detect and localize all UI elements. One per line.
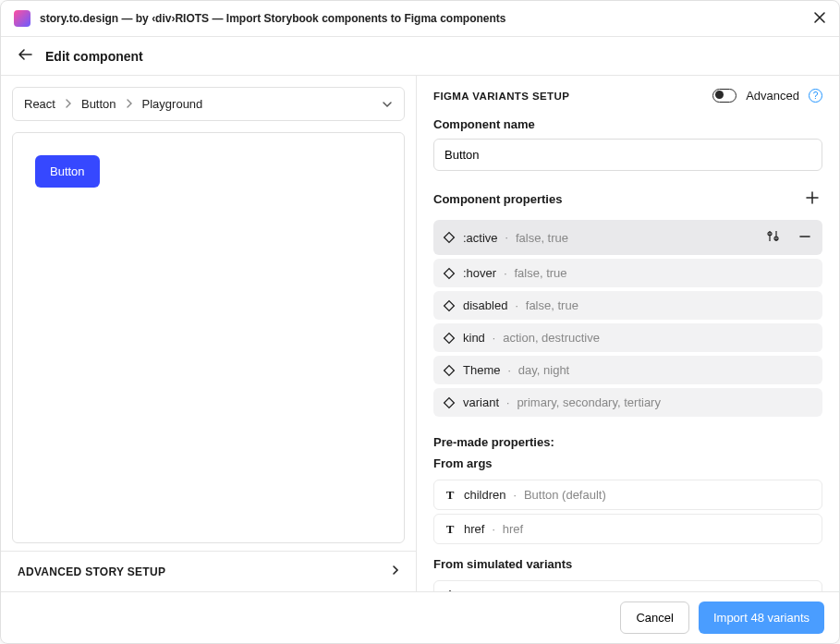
variant-type-icon [443,299,456,312]
svg-rect-3 [444,333,455,343]
back-arrow-icon[interactable] [18,48,32,64]
property-values: Button (default) [524,488,606,502]
property-row[interactable]: :appearance · dark, light [433,580,822,591]
remove-icon[interactable] [797,228,813,248]
property-name: Theme [463,363,500,377]
variant-type-icon [443,231,456,244]
property-name: children [464,488,506,502]
variant-type-icon [443,267,456,280]
advanced-toggle-label: Advanced [746,89,799,103]
property-values: action, destructive [503,331,600,345]
component-name-label: Component name [433,117,822,131]
separator-dot: · [505,231,508,244]
property-values: primary, secondary, tertiary [517,395,661,409]
property-row[interactable]: variant · primary, secondary, tertiary [433,388,822,417]
property-values: false, true [516,231,568,245]
variant-type-icon [443,332,456,345]
chevron-right-icon [392,565,399,578]
svg-rect-4 [444,365,455,375]
from-args-label: From args [433,456,822,470]
variants-setup-title: FIGMA VARIANTS SETUP [433,91,703,102]
property-row[interactable]: :hover · false, true [433,259,822,287]
property-values: href [503,522,523,536]
property-name: variant [463,395,499,409]
adjust-icon[interactable] [764,227,782,248]
property-row[interactable]: Theme · day, night [433,356,822,384]
property-values: false, true [526,298,578,312]
property-row[interactable]: disabled · false, true [433,291,822,320]
property-name: :hover [463,266,496,280]
separator-dot: · [515,299,517,312]
breadcrumb-item: React [24,97,55,111]
component-preview: Button [12,132,405,543]
advanced-story-label: ADVANCED STORY SETUP [18,565,165,578]
advanced-toggle[interactable] [712,89,737,103]
text-type-icon: T [444,489,457,502]
variant-type-icon [443,364,456,377]
property-name: kind [463,331,485,345]
svg-rect-0 [444,233,455,243]
window-title: story.to.design — by ‹div›RIOTS — Import… [40,12,804,25]
property-name: href [464,522,484,536]
variant-type-icon [443,396,456,409]
svg-rect-5 [444,397,455,407]
cancel-button[interactable]: Cancel [620,601,688,634]
chevron-right-icon [65,97,72,111]
chevron-right-icon [126,97,133,111]
chevron-down-icon[interactable] [382,97,393,111]
breadcrumb[interactable]: React Button Playground [12,87,405,121]
component-name-input[interactable] [433,139,822,171]
separator-dot: · [493,332,495,345]
import-button[interactable]: Import 48 variants [699,601,824,634]
close-icon[interactable] [813,11,826,27]
separator-dot: · [507,364,510,377]
add-property-button[interactable] [802,188,822,211]
property-values: day, night [518,363,569,377]
svg-rect-2 [444,300,455,310]
property-name: disabled [463,298,507,312]
breadcrumb-item: Playground [142,97,203,111]
property-values: false, true [514,266,566,280]
advanced-story-setup[interactable]: ADVANCED STORY SETUP [1,551,416,591]
text-type-icon: T [444,523,457,536]
page-title: Edit component [45,49,143,64]
property-row[interactable]: kind · action, destructive [433,323,822,352]
property-row[interactable]: Thref · href [433,514,822,544]
from-simulated-label: From simulated variants [433,557,822,571]
separator-dot: · [506,396,509,409]
properties-title: Component properties [433,192,562,206]
separator-dot: · [492,523,494,536]
app-icon [14,10,30,27]
help-icon[interactable]: ? [809,89,822,103]
separator-dot: · [504,267,506,280]
premade-properties-title: Pre-made properties: [433,435,822,449]
property-row[interactable]: :active · false, true [433,220,822,255]
breadcrumb-item: Button [81,97,116,111]
svg-rect-1 [444,268,455,278]
preview-button[interactable]: Button [35,155,100,188]
property-name: :active [463,231,498,245]
separator-dot: · [514,489,517,502]
property-row[interactable]: Tchildren · Button (default) [433,480,822,510]
